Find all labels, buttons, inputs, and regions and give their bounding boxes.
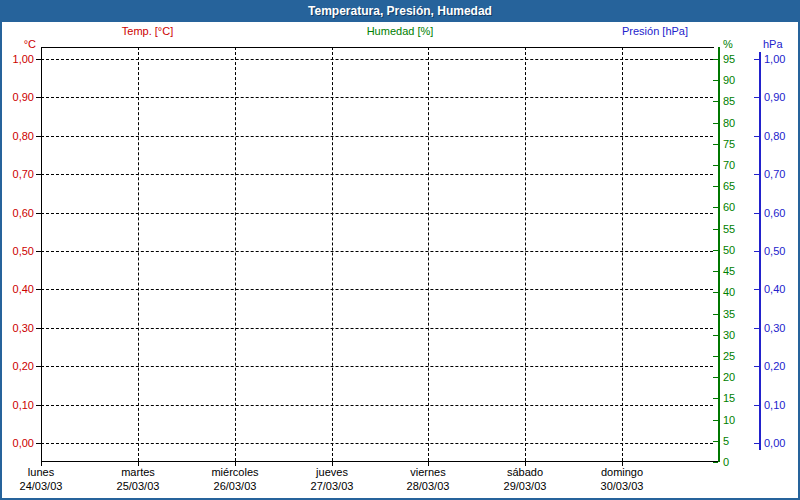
day-name-label: viernes bbox=[380, 466, 476, 479]
v-gridline bbox=[525, 47, 526, 461]
humidity-tick-mark bbox=[713, 292, 718, 293]
h-gridline bbox=[41, 328, 713, 329]
pressure-tick-mark bbox=[754, 136, 759, 137]
humidity-tick-mark bbox=[713, 80, 718, 81]
plot-border-left bbox=[41, 47, 42, 466]
v-gridline bbox=[138, 47, 139, 461]
humidity-tick-label: 70 bbox=[723, 158, 753, 172]
pressure-tick-label: 0,90 bbox=[764, 90, 798, 104]
day-date-label: 26/03/03 bbox=[187, 480, 283, 493]
temp-tick-mark bbox=[36, 59, 41, 60]
temp-tick-label: 1,00 bbox=[0, 52, 34, 66]
legend-humidity: Humedad [%] bbox=[350, 24, 450, 38]
humidity-tick-label: 60 bbox=[723, 200, 753, 214]
temp-tick-mark bbox=[36, 289, 41, 290]
day-date-label: 27/03/03 bbox=[284, 480, 380, 493]
day-date-label: 29/03/03 bbox=[477, 480, 573, 493]
pressure-tick-mark bbox=[754, 443, 759, 444]
v-gridline bbox=[428, 47, 429, 461]
h-gridline bbox=[41, 443, 713, 444]
humidity-tick-mark bbox=[713, 462, 718, 463]
humidity-tick-mark bbox=[713, 250, 718, 251]
temp-tick-label: 0,00 bbox=[0, 436, 34, 450]
pressure-axis-unit: hPa bbox=[763, 38, 797, 51]
v-gridline bbox=[235, 47, 236, 461]
day-name-label: domingo bbox=[574, 466, 670, 479]
pressure-tick-label: 0,20 bbox=[764, 359, 798, 373]
h-gridline bbox=[41, 59, 713, 60]
pressure-tick-label: 0,00 bbox=[764, 436, 798, 450]
temp-tick-mark bbox=[36, 366, 41, 367]
h-gridline bbox=[41, 136, 713, 137]
humidity-tick-label: 55 bbox=[723, 222, 753, 236]
humidity-tick-label: 30 bbox=[723, 328, 753, 342]
temp-tick-label: 0,70 bbox=[0, 167, 34, 181]
humidity-tick-label: 10 bbox=[723, 413, 753, 427]
pressure-tick-label: 0,40 bbox=[764, 282, 798, 296]
day-name-label: miércoles bbox=[187, 466, 283, 479]
humidity-tick-label: 5 bbox=[723, 434, 753, 448]
pressure-tick-mark bbox=[754, 251, 759, 252]
temp-tick-mark bbox=[36, 405, 41, 406]
legend-pressure: Presión [hPa] bbox=[605, 24, 705, 38]
humidity-tick-mark bbox=[713, 101, 718, 102]
plot-border-top bbox=[41, 47, 714, 48]
humidity-tick-label: 75 bbox=[723, 137, 753, 151]
pressure-tick-mark bbox=[754, 213, 759, 214]
humidity-tick-mark bbox=[713, 441, 718, 442]
temp-tick-label: 0,60 bbox=[0, 206, 34, 220]
h-gridline bbox=[41, 174, 713, 175]
humidity-tick-label: 40 bbox=[723, 285, 753, 299]
pressure-tick-label: 0,70 bbox=[764, 167, 798, 181]
humidity-tick-label: 45 bbox=[723, 264, 753, 278]
temp-tick-label: 0,30 bbox=[0, 321, 34, 335]
pressure-tick-label: 0,80 bbox=[764, 129, 798, 143]
pressure-axis-line bbox=[759, 52, 761, 450]
temp-tick-label: 0,80 bbox=[0, 129, 34, 143]
title-bar: Temperatura, Presión, Humedad bbox=[0, 0, 800, 22]
temp-axis-unit: °C bbox=[0, 38, 36, 51]
pressure-tick-label: 0,60 bbox=[764, 206, 798, 220]
v-gridline bbox=[332, 47, 333, 461]
temp-tick-mark bbox=[36, 251, 41, 252]
pressure-tick-label: 0,10 bbox=[764, 398, 798, 412]
humidity-tick-mark bbox=[713, 186, 718, 187]
humidity-tick-label: 95 bbox=[723, 52, 753, 66]
humidity-axis-unit: % bbox=[723, 38, 753, 51]
humidity-tick-mark bbox=[713, 165, 718, 166]
temp-tick-label: 0,10 bbox=[0, 398, 34, 412]
temp-tick-mark bbox=[36, 213, 41, 214]
humidity-tick-mark bbox=[713, 229, 718, 230]
temp-tick-label: 0,50 bbox=[0, 244, 34, 258]
day-name-label: lunes bbox=[0, 466, 89, 479]
humidity-tick-mark bbox=[713, 420, 718, 421]
humidity-tick-label: 85 bbox=[723, 94, 753, 108]
window-title: Temperatura, Presión, Humedad bbox=[308, 4, 492, 18]
v-gridline bbox=[622, 47, 623, 461]
temp-tick-mark bbox=[36, 136, 41, 137]
humidity-tick-mark bbox=[713, 335, 718, 336]
h-gridline bbox=[41, 213, 713, 214]
day-date-label: 25/03/03 bbox=[90, 480, 186, 493]
pressure-tick-mark bbox=[754, 328, 759, 329]
day-date-label: 30/03/03 bbox=[574, 480, 670, 493]
humidity-tick-label: 90 bbox=[723, 73, 753, 87]
h-gridline bbox=[41, 97, 713, 98]
pressure-tick-mark bbox=[754, 174, 759, 175]
humidity-tick-mark bbox=[713, 144, 718, 145]
humidity-tick-mark bbox=[713, 123, 718, 124]
plot-border-bottom bbox=[41, 461, 719, 462]
temp-tick-label: 0,20 bbox=[0, 359, 34, 373]
humidity-tick-label: 50 bbox=[723, 243, 753, 257]
day-name-label: jueves bbox=[284, 466, 380, 479]
humidity-tick-mark bbox=[713, 271, 718, 272]
h-gridline bbox=[41, 366, 713, 367]
humidity-tick-mark bbox=[713, 314, 718, 315]
h-gridline bbox=[41, 251, 713, 252]
h-gridline bbox=[41, 289, 713, 290]
humidity-tick-mark bbox=[713, 356, 718, 357]
pressure-tick-mark bbox=[754, 366, 759, 367]
day-date-label: 24/03/03 bbox=[0, 480, 89, 493]
day-name-label: sábado bbox=[477, 466, 573, 479]
humidity-tick-mark bbox=[713, 207, 718, 208]
